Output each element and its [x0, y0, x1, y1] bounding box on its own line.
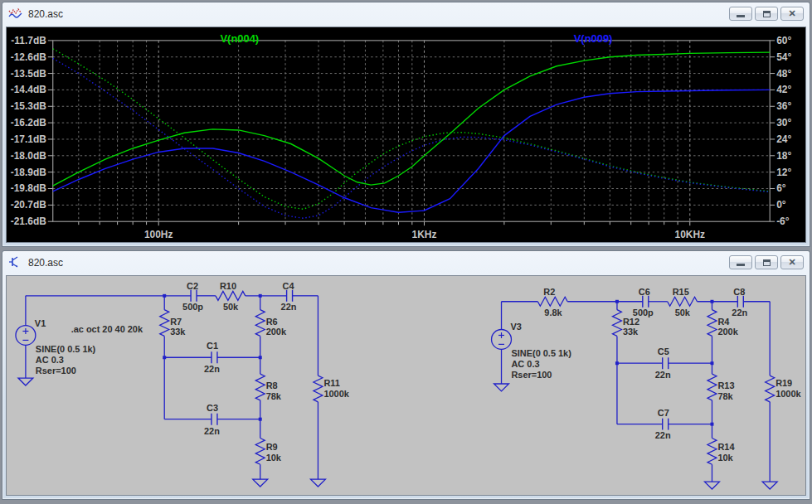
ground-symbol[interactable] — [762, 482, 777, 489]
source-param[interactable]: AC 0.3 — [36, 355, 64, 365]
component-value[interactable]: 10k — [266, 453, 282, 463]
component-name[interactable]: C4 — [283, 281, 295, 291]
waveform-icon[interactable] — [8, 7, 22, 21]
component-value[interactable]: 33k — [170, 327, 186, 337]
plot-window-titlebar[interactable]: 820.asc ✕ — [2, 2, 810, 25]
component-value[interactable]: 10k — [717, 453, 733, 463]
y-right-tick-label: 42° — [776, 84, 791, 95]
voltage-source-v3[interactable]: V3SINE(0 0.5 1k)AC 0.3Rser=100 — [492, 322, 572, 380]
transistor-icon[interactable] — [8, 255, 22, 269]
component-value[interactable]: 500p — [633, 308, 654, 317]
component-name[interactable]: C5 — [658, 346, 669, 356]
junction-dots — [163, 294, 713, 426]
trace-label-vn004[interactable]: V(n004) — [220, 32, 259, 45]
component-name[interactable]: R7 — [170, 317, 182, 327]
resistor-r7[interactable]: R733k — [160, 310, 187, 337]
schematic-canvas[interactable]: V1SINE(0 0.5 1k)AC 0.3Rser=100V3SINE(0 0… — [6, 275, 806, 496]
resistor-r13[interactable]: R1378k — [707, 374, 735, 401]
ground-symbol[interactable] — [253, 479, 268, 487]
resistor-r19[interactable]: R191000k — [766, 376, 802, 402]
restore-button[interactable] — [755, 7, 778, 21]
component-name[interactable]: R8 — [266, 380, 278, 390]
restore-button[interactable] — [755, 255, 778, 269]
source-param[interactable]: Rser=100 — [36, 366, 76, 376]
y-right-tick-label: 36° — [776, 100, 791, 112]
component-value[interactable]: 1000k — [776, 389, 801, 399]
spice-directive-text[interactable]: .ac oct 20 40 20k — [71, 324, 143, 334]
resistor-r6[interactable]: R6200k — [255, 310, 287, 337]
component-value[interactable]: 50k — [223, 302, 239, 312]
resistor-r14[interactable]: R1410k — [707, 439, 735, 465]
component-value[interactable]: 200k — [266, 327, 287, 337]
waveform-plot-area[interactable]: -11.7dB60°-12.6dB54°-13.5dB48°-14.4dB42°… — [6, 27, 806, 243]
component-name[interactable]: R4 — [717, 317, 730, 327]
close-button[interactable]: ✕ — [780, 7, 804, 21]
component-name[interactable]: R10 — [220, 281, 236, 291]
y-right-tick-label: 12° — [776, 167, 791, 178]
plot-grid — [48, 41, 775, 225]
trace-v-n004-phase — [53, 49, 770, 210]
component-value[interactable]: 500p — [182, 302, 203, 312]
component-name[interactable]: V3 — [510, 322, 521, 332]
spice-directive[interactable]: .ac oct 20 40 20k — [71, 324, 143, 334]
source-param[interactable]: AC 0.3 — [511, 359, 539, 369]
ground-symbol[interactable] — [494, 384, 509, 391]
source-param[interactable]: Rser=100 — [511, 370, 552, 380]
y-left-tick-label: -11.7dB — [11, 35, 46, 46]
resistor-r9[interactable]: R910k — [255, 439, 282, 465]
component-value[interactable]: 22n — [204, 364, 220, 374]
trace-v-n009-phase — [53, 58, 770, 218]
component-value[interactable]: 22n — [655, 370, 671, 380]
minimize-button[interactable] — [729, 255, 752, 269]
trace-label-vn009[interactable]: V(n009) — [574, 32, 613, 45]
component-value[interactable]: 50k — [675, 308, 691, 317]
source-param[interactable]: SINE(0 0.5 1k) — [511, 348, 571, 358]
component-name[interactable]: R13 — [717, 380, 734, 390]
component-name[interactable]: R14 — [717, 442, 735, 452]
wires[interactable] — [26, 296, 770, 482]
component-value[interactable]: 200k — [717, 327, 738, 337]
resistor-r10[interactable]: R1050k — [216, 281, 246, 312]
component-name[interactable]: C8 — [733, 287, 745, 297]
component-name[interactable]: C3 — [207, 403, 218, 413]
resistor-r8[interactable]: R878k — [255, 374, 282, 401]
schematic-window-titlebar[interactable]: 820.asc ✕ — [2, 251, 810, 274]
component-name[interactable]: C6 — [639, 287, 650, 297]
window-title: 820.asc — [28, 257, 729, 269]
y-left-tick-label: -15.3dB — [11, 100, 46, 112]
component-name[interactable]: R6 — [266, 317, 278, 327]
component-name[interactable]: R15 — [673, 287, 689, 297]
component-value[interactable]: 1000k — [323, 389, 349, 399]
component-name[interactable]: R11 — [323, 378, 339, 388]
component-value[interactable]: 78k — [717, 391, 733, 401]
ground-symbol[interactable] — [18, 378, 33, 385]
component-name[interactable]: C2 — [187, 281, 198, 291]
component-name[interactable]: R9 — [266, 442, 278, 452]
component-name[interactable]: R19 — [776, 378, 792, 388]
source-param[interactable]: SINE(0 0.5 1k) — [36, 344, 96, 354]
y-right-tick-label: 24° — [776, 133, 791, 145]
component-value[interactable]: 22n — [732, 308, 747, 317]
component-value[interactable]: 9.8k — [544, 308, 562, 317]
component-name[interactable]: R12 — [623, 317, 639, 327]
ground-symbol[interactable] — [310, 479, 325, 487]
component-name[interactable]: R2 — [543, 287, 555, 297]
component-value[interactable]: 78k — [266, 391, 282, 401]
component-name[interactable]: C7 — [658, 408, 669, 418]
bode-plot: -11.7dB60°-12.6dB54°-13.5dB48°-14.4dB42°… — [7, 27, 805, 242]
component-value[interactable]: 33k — [623, 327, 639, 337]
minimize-button[interactable] — [729, 7, 752, 21]
component-value[interactable]: 22n — [655, 431, 671, 441]
component-name[interactable]: C1 — [207, 341, 218, 351]
close-button[interactable]: ✕ — [780, 255, 804, 269]
y-left-tick-label: -14.4dB — [11, 84, 46, 95]
resistor-r2[interactable]: R29.8k — [537, 287, 567, 317]
component-name[interactable]: V1 — [35, 318, 46, 328]
component-value[interactable]: 22n — [281, 302, 297, 312]
ground-symbol[interactable] — [705, 482, 720, 489]
resistor-r15[interactable]: R1550k — [668, 287, 698, 317]
component-value[interactable]: 22n — [204, 426, 220, 436]
axis-labels: -11.7dB60°-12.6dB54°-13.5dB48°-14.4dB42°… — [11, 35, 792, 240]
plot-window: 820.asc ✕ -11.7dB60°-12.6dB54°-13.5dB48°… — [2, 2, 810, 247]
resistor-r11[interactable]: R111000k — [314, 376, 350, 402]
